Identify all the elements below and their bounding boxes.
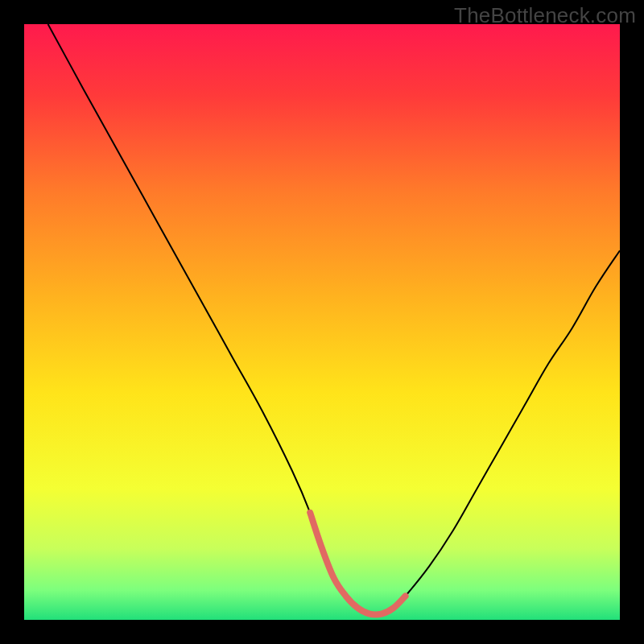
plot-area — [24, 24, 620, 620]
chart-svg — [24, 24, 620, 620]
chart-frame: TheBottleneck.com — [0, 0, 644, 644]
gradient-background — [24, 24, 620, 620]
